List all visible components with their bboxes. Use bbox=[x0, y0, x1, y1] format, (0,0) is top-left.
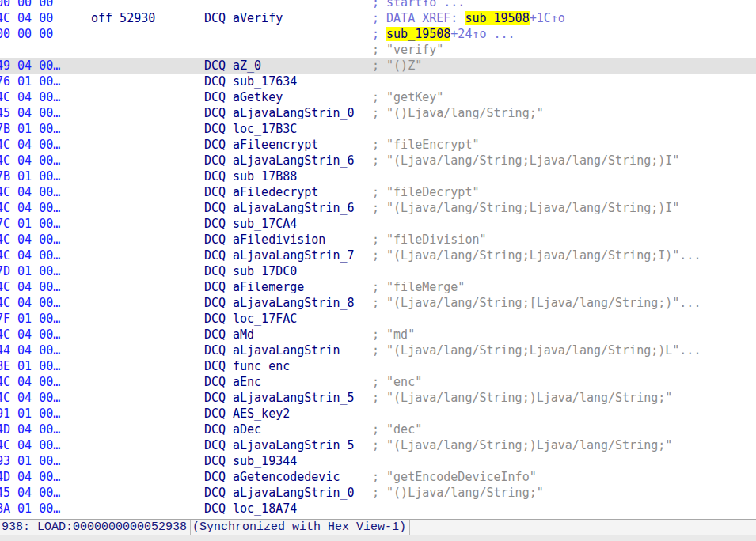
listing-row[interactable]: 4C 04 00…DCQaLjavaLangStrin_5; "(Ljava/l… bbox=[0, 390, 756, 406]
xref-target[interactable]: sub_19508 bbox=[465, 11, 529, 25]
listing-row[interactable]: 4C 04 00…DCQaFilemerge; "fileMerge" bbox=[0, 279, 756, 295]
status-address: 938: LOAD:0000000000052938 bbox=[0, 520, 191, 535]
listing-row[interactable]: 7B 01 00…DCQsub_17B88 bbox=[0, 168, 756, 184]
operand[interactable]: aLjavaLangStrin_8 bbox=[233, 295, 355, 311]
operand[interactable]: aLjavaLangStrin_7 bbox=[233, 248, 355, 263]
mnemonic: DCQ bbox=[204, 216, 226, 232]
comment: ; "(Ljava/lang/String;Ljava/lang/String;… bbox=[372, 248, 701, 263]
listing-row[interactable]: 4C 04 00…DCQaLjavaLangStrin_7; "(Ljava/l… bbox=[0, 248, 756, 263]
operand[interactable]: sub_17CA4 bbox=[233, 216, 297, 232]
comment: ; "fileEncrypt" bbox=[372, 137, 479, 153]
byte-values: 00 00 00 bbox=[0, 0, 53, 10]
listing-row[interactable]: 4C 04 00…DCQaFiledivision; "fileDivision… bbox=[0, 232, 756, 248]
comment-text: ; "getKey" bbox=[372, 90, 443, 104]
operand[interactable]: aFilemerge bbox=[233, 279, 304, 295]
listing-row[interactable]: 7D 01 00…DCQsub_17DC0 bbox=[0, 263, 756, 279]
byte-values: 8A 01 00… bbox=[0, 501, 60, 516]
mnemonic: DCQ bbox=[204, 184, 226, 200]
operand[interactable]: sub_19344 bbox=[233, 453, 297, 469]
mnemonic: DCQ bbox=[204, 153, 226, 168]
comment-text: ; "(Ljava/lang/String;Ljava/lang/String;… bbox=[372, 153, 679, 168]
operand[interactable]: sub_17634 bbox=[233, 74, 297, 89]
byte-values: 4C 04 00… bbox=[0, 437, 60, 453]
comment: ; start↑o ... bbox=[372, 0, 465, 10]
mnemonic: DCQ bbox=[204, 137, 226, 153]
listing-row[interactable]: 00 00 00; start↑o ... bbox=[0, 0, 756, 10]
operand[interactable]: loc_17B3C bbox=[233, 121, 297, 137]
listing-row[interactable]: 4C 04 00…DCQaGetkey; "getKey" bbox=[0, 89, 756, 105]
listing-row[interactable]: 44 04 00…DCQaLjavaLangStrin; "(Ljava/lan… bbox=[0, 342, 756, 358]
comment: ; "(Ljava/lang/String;Ljava/lang/String;… bbox=[372, 200, 679, 216]
listing-row[interactable]: 45 04 00…DCQaLjavaLangStrin_0; "()Ljava/… bbox=[0, 485, 756, 501]
comment: ; "()Ljava/lang/String;" bbox=[372, 105, 544, 121]
byte-values: 93 01 00… bbox=[0, 453, 60, 469]
operand[interactable]: AES_key2 bbox=[233, 406, 290, 422]
mnemonic: DCQ bbox=[204, 200, 226, 216]
comment-text: ; "(Ljava/lang/String;Ljava/lang/String;… bbox=[372, 248, 701, 263]
operand[interactable]: aEnc bbox=[233, 374, 261, 390]
xref-target[interactable]: sub_19508 bbox=[386, 27, 450, 41]
listing-row[interactable]: 4D 04 00…DCQaGetencodedevic; "getEncodeD… bbox=[0, 469, 756, 485]
mnemonic: DCQ bbox=[204, 168, 226, 184]
listing-row[interactable]: 4C 04 00off_52930DCQaVerify; DATA XREF: … bbox=[0, 10, 756, 26]
operand[interactable]: func_enc bbox=[233, 358, 290, 374]
listing-row[interactable]: 00 00 00; sub_19508+24↑o ... bbox=[0, 26, 756, 42]
listing-row[interactable]: 91 01 00…DCQAES_key2 bbox=[0, 406, 756, 422]
comment: ; "(Ljava/lang/String;Ljava/lang/String;… bbox=[372, 153, 679, 168]
byte-values: 7B 01 00… bbox=[0, 121, 60, 137]
listing-row[interactable]: 49 04 00…DCQaZ_0; "()Z" bbox=[0, 58, 756, 74]
listing-row[interactable]: 93 01 00…DCQsub_19344 bbox=[0, 453, 756, 469]
comment: ; "fileMerge" bbox=[372, 279, 465, 295]
comment: ; "(Ljava/lang/String;)Ljava/lang/String… bbox=[372, 437, 672, 453]
operand[interactable]: aLjavaLangStrin bbox=[233, 342, 340, 358]
operand[interactable]: aLjavaLangStrin_5 bbox=[233, 437, 355, 453]
listing-row[interactable]: 4C 04 00…DCQaFiledecrypt; "fileDecrypt" bbox=[0, 184, 756, 200]
listing-row[interactable]: 4D 04 00…DCQaDec; "dec" bbox=[0, 422, 756, 437]
operand[interactable]: loc_17FAC bbox=[233, 311, 297, 327]
xref-comment-text: +24↑o ... bbox=[450, 27, 515, 41]
listing-row[interactable]: 4C 04 00…DCQaFileencrypt; "fileEncrypt" bbox=[0, 137, 756, 153]
operand[interactable]: aFiledecrypt bbox=[233, 184, 318, 200]
mnemonic: DCQ bbox=[204, 74, 226, 89]
listing-row[interactable]: 76 01 00…DCQsub_17634 bbox=[0, 74, 756, 89]
listing-row[interactable]: 8A 01 00…DCQloc_18A74 bbox=[0, 501, 756, 516]
operand[interactable]: aDec bbox=[233, 422, 261, 437]
listing-row[interactable]: 8E 01 00…DCQfunc_enc bbox=[0, 358, 756, 374]
operand[interactable]: sub_17B88 bbox=[233, 168, 297, 184]
listing-row[interactable]: 7B 01 00…DCQloc_17B3C bbox=[0, 121, 756, 137]
operand[interactable]: aFileencrypt bbox=[233, 137, 318, 153]
listing-row[interactable]: 45 04 00…DCQaLjavaLangStrin_0; "()Ljava/… bbox=[0, 105, 756, 121]
operand[interactable]: aLjavaLangStrin_0 bbox=[233, 105, 355, 121]
listing-row[interactable]: 4C 04 00…DCQaLjavaLangStrin_8; "(Ljava/l… bbox=[0, 295, 756, 311]
listing-row[interactable]: 4C 04 00…DCQaLjavaLangStrin_6; "(Ljava/l… bbox=[0, 200, 756, 216]
operand[interactable]: aMd bbox=[233, 327, 254, 342]
byte-values: 8E 01 00… bbox=[0, 358, 60, 374]
listing-row[interactable]: 4C 04 00…DCQaMd; "md" bbox=[0, 327, 756, 342]
operand[interactable]: aGetencodedevic bbox=[233, 469, 340, 485]
operand[interactable]: loc_18A74 bbox=[233, 501, 297, 516]
label-name[interactable]: off_52930 bbox=[91, 10, 155, 26]
operand[interactable]: aZ_0 bbox=[233, 58, 261, 74]
listing-row[interactable]: 7F 01 00…DCQloc_17FAC bbox=[0, 311, 756, 327]
byte-values: 4C 04 00… bbox=[0, 200, 60, 216]
byte-values: 4C 04 00… bbox=[0, 374, 60, 390]
operand[interactable]: aVerify bbox=[233, 10, 283, 26]
operand[interactable]: aLjavaLangStrin_6 bbox=[233, 200, 355, 216]
operand[interactable]: sub_17DC0 bbox=[233, 263, 297, 279]
listing-row[interactable]: 4C 04 00…DCQaLjavaLangStrin_6; "(Ljava/l… bbox=[0, 153, 756, 168]
listing-row[interactable]: ; "verify" bbox=[0, 42, 756, 58]
mnemonic: DCQ bbox=[204, 437, 226, 453]
mnemonic: DCQ bbox=[204, 121, 226, 137]
operand[interactable]: aLjavaLangStrin_6 bbox=[233, 153, 355, 168]
mnemonic: DCQ bbox=[204, 485, 226, 501]
listing-row[interactable]: 4C 04 00…DCQaLjavaLangStrin_5; "(Ljava/l… bbox=[0, 437, 756, 453]
mnemonic: DCQ bbox=[204, 295, 226, 311]
operand[interactable]: aLjavaLangStrin_0 bbox=[233, 485, 355, 501]
listing-row[interactable]: 4C 04 00…DCQaEnc; "enc" bbox=[0, 374, 756, 390]
operand[interactable]: aGetkey bbox=[233, 89, 283, 105]
operand[interactable]: aFiledivision bbox=[233, 232, 325, 248]
listing-row[interactable]: 7C 01 00…DCQsub_17CA4 bbox=[0, 216, 756, 232]
mnemonic: DCQ bbox=[204, 10, 226, 26]
comment: ; "(Ljava/lang/String;)Ljava/lang/String… bbox=[372, 390, 672, 406]
operand[interactable]: aLjavaLangStrin_5 bbox=[233, 390, 355, 406]
